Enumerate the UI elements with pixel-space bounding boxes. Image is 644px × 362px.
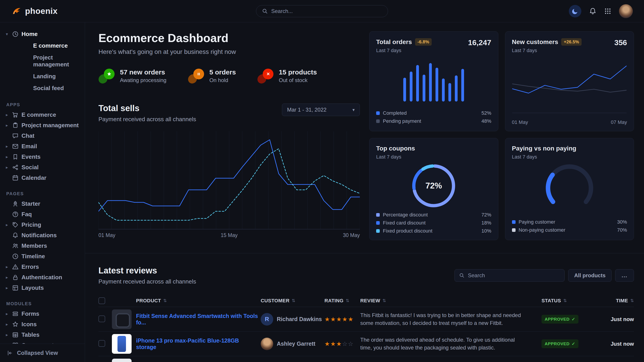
sort-icon[interactable]: ⇅ <box>382 298 386 303</box>
column-header-status[interactable]: STATUS <box>542 298 561 304</box>
trend-badge: +26.5% <box>561 38 581 46</box>
card-period: Last 7 days <box>376 48 432 53</box>
collapse-sidebar-button[interactable]: Collapsed View <box>0 344 85 362</box>
sort-icon[interactable]: ⇅ <box>630 298 634 303</box>
chevron-right-icon: ▸ <box>6 112 12 117</box>
sort-icon[interactable]: ⇅ <box>346 298 349 303</box>
sidebar-item-label: Members <box>22 242 47 249</box>
column-header-product[interactable]: PRODUCT <box>136 298 161 304</box>
customer-avatar[interactable] <box>261 338 273 350</box>
column-header-review[interactable]: REVIEW <box>360 298 380 304</box>
sidebar-item-label: Icons <box>22 321 37 328</box>
brand-logo[interactable]: phoenix <box>11 6 58 16</box>
sidebar-item-events[interactable]: ▸ Events <box>0 152 85 162</box>
page-subtitle: Here's what's going on at your business … <box>98 48 360 55</box>
card-title: Top coupons <box>376 145 415 152</box>
reviews-search[interactable] <box>454 269 564 282</box>
notifications-button[interactable] <box>589 7 596 15</box>
sidebar-item-layouts[interactable]: ▸ Layouts <box>0 283 85 293</box>
sidebar-item-home[interactable]: ▾ Home <box>0 28 85 40</box>
sidebar-item-email[interactable]: ▸ Email <box>0 141 85 152</box>
sidebar-item-authentication[interactable]: ▸ Authentication <box>0 272 85 283</box>
reviews-search-input[interactable] <box>468 272 560 279</box>
sidebar-item-chat[interactable]: Chat <box>0 131 85 141</box>
sidebar-item-label: Timeline <box>22 253 45 260</box>
rocket-icon <box>12 201 22 207</box>
envelope-icon <box>12 143 22 150</box>
table-row-partial <box>98 356 634 362</box>
sidebar-item-icons[interactable]: ▸ Icons <box>0 319 85 330</box>
sort-icon[interactable]: ⇅ <box>563 298 567 303</box>
sidebar-item-pricing[interactable]: ▸ Pricing <box>0 220 85 230</box>
new-customers-value: 356 <box>614 38 627 47</box>
x-badge-icon <box>263 69 274 79</box>
sidebar-item-notifications[interactable]: Notifications <box>0 230 85 241</box>
more-options-button[interactable]: ... <box>615 269 634 282</box>
tag-icon <box>12 222 22 228</box>
product-image-smartwatch[interactable] <box>112 310 132 329</box>
sidebar-item-members[interactable]: Members <box>0 241 85 251</box>
all-products-button[interactable]: All products <box>568 269 612 282</box>
sidebar-item-project-management[interactable]: Project management <box>0 52 85 70</box>
select-all-checkbox[interactable] <box>98 297 105 304</box>
legend-swatch <box>376 213 380 217</box>
donut-center-value: 72% <box>410 162 458 210</box>
card-period: Last 7 days <box>376 154 415 160</box>
star-icon <box>12 321 22 328</box>
sidebar-item-label: Faq <box>22 211 32 218</box>
sidebar-item-label: E commerce <box>22 111 56 118</box>
chevron-right-icon: ▸ <box>6 322 12 327</box>
column-header-rating[interactable]: RATING <box>324 298 344 304</box>
product-image-iphone[interactable] <box>112 334 132 354</box>
sidebar-item-timeline[interactable]: Timeline <box>0 251 85 262</box>
sidebar-item-starter[interactable]: Starter <box>0 199 85 209</box>
apps-menu-button[interactable] <box>604 7 611 15</box>
legend-value: 10% <box>481 228 491 234</box>
column-header-time[interactable]: TIME <box>616 298 628 304</box>
legend-value: 70% <box>617 227 627 233</box>
sidebar-item-ecommerce[interactable]: E commerce <box>0 40 85 52</box>
coupons-donut-chart: 72% <box>410 162 458 210</box>
theme-toggle-button[interactable] <box>569 5 581 17</box>
column-header-customer[interactable]: CUSTOMER <box>261 298 290 304</box>
sidebar-item-ecommerce-app[interactable]: ▸ E commerce <box>0 110 85 120</box>
sidebar-item-faq[interactable]: Faq <box>0 209 85 220</box>
sort-icon[interactable]: ⇅ <box>292 298 295 303</box>
product-image[interactable] <box>112 359 132 362</box>
date-range-select[interactable]: Mar 1 - 31, 2022 ▾ <box>282 103 360 116</box>
sort-icon[interactable]: ⇅ <box>163 298 167 303</box>
sidebar-item-landing[interactable]: Landing <box>0 70 85 82</box>
sidebar-item-label: Authentication <box>22 274 62 281</box>
chevron-right-icon: ▸ <box>6 332 12 338</box>
x-tick: 30 May <box>343 232 360 238</box>
customer-avatar[interactable]: R <box>261 313 273 326</box>
sidebar-item-tables[interactable]: ▸ Tables <box>0 330 85 340</box>
sidebar-item-components[interactable]: ▸ Components <box>0 340 85 344</box>
total-orders-card: Total orders -6.8% Last 7 days 16,247 Co… <box>369 31 498 131</box>
card-period: Last 7 days <box>512 48 582 53</box>
card-title: Paying vs non paying <box>512 145 576 152</box>
trend-badge: -6.8% <box>415 38 432 46</box>
dashboard-left: Ecommerce Dashboard Here's what's going … <box>98 31 360 240</box>
moon-icon <box>572 8 578 14</box>
clock-icon <box>12 31 22 37</box>
stat-on-hold: 5 orders On hold <box>188 68 236 83</box>
reviews-table-header: PRODUCT⇅ CUSTOMER⇅ RATING⇅ REVIEW⇅ STATU… <box>98 295 634 307</box>
sidebar-item-calendar[interactable]: Calendar <box>0 173 85 183</box>
sidebar-item-social-feed[interactable]: Social feed <box>0 82 85 94</box>
review-text: The order was delivered ahead of schedul… <box>360 336 542 352</box>
sidebar-item-forms[interactable]: ▸ Forms <box>0 309 85 319</box>
row-checkbox[interactable] <box>98 340 105 347</box>
sidebar-item-errors[interactable]: ▸ Errors <box>0 262 85 272</box>
sidebar-item-project-management-app[interactable]: ▸ Project management <box>0 120 85 131</box>
chevron-down-icon: ▾ <box>6 31 12 37</box>
quick-stats: 57 new orders Awating processing 5 order… <box>98 68 360 83</box>
row-checkbox[interactable] <box>98 316 105 322</box>
user-avatar[interactable] <box>619 4 633 18</box>
card-period: Last 7 days <box>512 154 576 160</box>
sidebar-item-social[interactable]: ▸ Social <box>0 162 85 173</box>
search-input[interactable] <box>271 8 382 14</box>
product-link[interactable]: iPhone 13 pro max-Pacific Blue-128GB sto… <box>136 338 261 350</box>
global-search[interactable] <box>256 5 388 17</box>
product-link[interactable]: Fitbit Sense Advanced Smartwatch with To… <box>136 313 261 326</box>
